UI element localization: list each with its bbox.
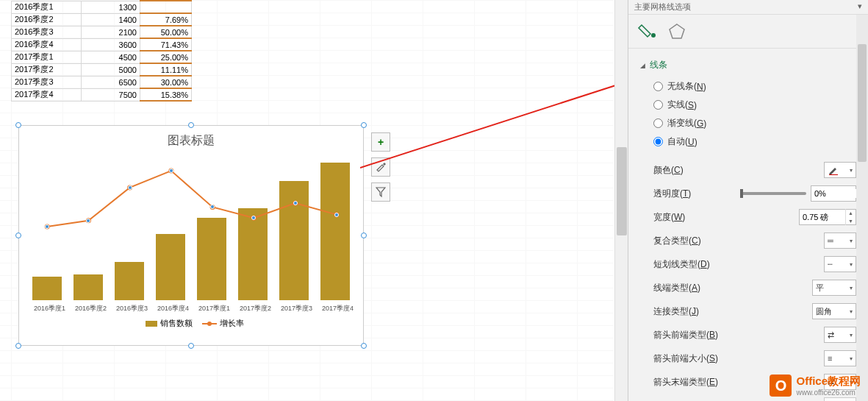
brush-icon xyxy=(375,161,387,173)
data-table[interactable]: 2016季度113002016季度214007.69%2016季度3210050… xyxy=(11,0,192,102)
watermark: O Office教程网 www.office26.com xyxy=(770,375,861,397)
sheet-vertical-scrollbar[interactable] xyxy=(614,0,628,401)
cap-type-dropdown[interactable]: 平▾ xyxy=(812,280,856,296)
arrow-begin-size-dropdown[interactable]: ≡▾ xyxy=(824,350,856,366)
radio-gradient-line[interactable]: 渐变线(G) xyxy=(640,114,856,132)
watermark-logo: O xyxy=(770,375,792,397)
fill-line-tab-icon[interactable] xyxy=(637,22,658,41)
prop-color: 颜色(C) ▾ xyxy=(640,158,856,182)
pencil-icon xyxy=(828,165,839,175)
prop-arrow-begin-size: 箭头前端大小(S) ≡▾ xyxy=(640,347,856,370)
prop-join: 连接类型(J) 圆角▾ xyxy=(640,299,856,323)
x-tick-label: 2017季度3 xyxy=(281,304,307,313)
chart-legend[interactable]: 销售数额 增长率 xyxy=(19,313,363,333)
table-row[interactable]: 2016季度214007.69% xyxy=(12,13,192,26)
x-tick-label: 2017季度4 xyxy=(322,304,348,313)
legend-swatch-line xyxy=(202,323,217,324)
prop-width: 宽度(W) ▲▼ xyxy=(640,205,856,229)
chart-styles-button[interactable] xyxy=(371,157,390,177)
series-selection-handle[interactable] xyxy=(334,213,339,217)
prop-dash: 短划线类型(D) ┄▾ xyxy=(640,252,856,276)
chart-elements-button[interactable]: + xyxy=(371,132,390,152)
line-section: 线条 无线条(N) 实线(S) 渐变线(G) 自动(U) 颜色(C) ▾ 透明度… xyxy=(628,49,868,401)
resize-handle[interactable] xyxy=(15,233,21,238)
arrow-icon: ⇄ xyxy=(828,330,834,340)
svg-rect-11 xyxy=(829,174,838,175)
dash-type-dropdown[interactable]: ┄▾ xyxy=(824,256,856,272)
table-row[interactable]: 2016季度4360071.43% xyxy=(12,38,192,51)
chart-side-buttons: + xyxy=(371,132,390,207)
color-picker-button[interactable]: ▾ xyxy=(824,162,856,178)
x-tick-label: 2017季度2 xyxy=(240,304,266,313)
chart-object[interactable]: 图表标题 2016季度12016季度22016季度32016季度42017季度1… xyxy=(18,125,364,346)
width-input[interactable]: ▲▼ xyxy=(799,209,856,225)
funnel-icon xyxy=(376,187,386,197)
watermark-brand: Office教程网 xyxy=(796,375,861,388)
legend-label-2: 增长率 xyxy=(220,319,244,327)
scrollbar-thumb[interactable] xyxy=(617,147,627,235)
resize-handle[interactable] xyxy=(188,122,194,128)
series-selection-handle[interactable] xyxy=(128,185,132,190)
compound-type-dropdown[interactable]: ═▾ xyxy=(824,233,856,249)
scrollbar-thumb[interactable] xyxy=(858,44,867,162)
radio-no-line[interactable]: 无线条(N) xyxy=(640,77,856,96)
transparency-input[interactable]: ▲▼ xyxy=(811,185,856,202)
arrow-end-size-dropdown[interactable]: ≡▾ xyxy=(824,397,856,401)
transparency-slider[interactable] xyxy=(740,192,806,195)
table-row[interactable]: 2017季度2500011.11% xyxy=(12,63,192,76)
resize-handle[interactable] xyxy=(361,343,367,349)
arrow-begin-type-dropdown[interactable]: ⇄▾ xyxy=(824,327,856,343)
x-tick-label: 2016季度2 xyxy=(75,304,101,313)
x-axis: 2016季度12016季度22016季度32016季度42017季度12017季… xyxy=(19,300,363,313)
section-title[interactable]: 线条 xyxy=(640,56,856,77)
table-row[interactable]: 2017季度3650030.00% xyxy=(12,76,192,88)
x-tick-label: 2016季度1 xyxy=(34,304,60,313)
pane-header: 主要网格线选项 ▾ xyxy=(628,0,868,15)
watermark-url: www.office26.com xyxy=(796,388,861,397)
dash-icon: ┄ xyxy=(828,260,833,269)
table-row[interactable]: 2016季度11300 xyxy=(12,1,192,13)
chart-title[interactable]: 图表标题 xyxy=(19,126,363,153)
plus-icon: + xyxy=(378,136,384,148)
line-icon: ═ xyxy=(828,236,833,245)
radio-auto-line[interactable]: 自动(U) xyxy=(640,132,856,151)
arrow-size-icon: ≡ xyxy=(828,354,832,363)
svg-marker-10 xyxy=(670,24,684,38)
x-tick-label: 2017季度1 xyxy=(198,304,225,313)
table-row[interactable]: 2017季度4750015.38% xyxy=(12,88,192,101)
pane-scrollbar[interactable] xyxy=(856,15,868,401)
resize-handle[interactable] xyxy=(361,233,367,238)
worksheet-area[interactable]: 2016季度113002016季度214007.69%2016季度3210050… xyxy=(0,0,614,401)
prop-arrow-begin-type: 箭头前端类型(B) ⇄▾ xyxy=(640,323,856,347)
effects-tab-icon[interactable] xyxy=(667,22,688,41)
resize-handle[interactable] xyxy=(15,343,21,349)
legend-swatch-bar xyxy=(146,321,157,327)
prop-cap: 线端类型(A) 平▾ xyxy=(640,276,856,299)
series-selection-handle[interactable] xyxy=(293,201,298,205)
resize-handle[interactable] xyxy=(15,122,21,128)
table-row[interactable]: 2016季度3210050.00% xyxy=(12,26,192,38)
join-type-dropdown[interactable]: 圆角▾ xyxy=(812,303,856,319)
resize-handle[interactable] xyxy=(361,122,367,128)
table-row[interactable]: 2017季度1450025.00% xyxy=(12,51,192,63)
x-tick-label: 2016季度4 xyxy=(157,304,184,313)
prop-transparency: 透明度(T) ▲▼ xyxy=(640,182,856,205)
chart-plot-area[interactable] xyxy=(26,153,356,300)
legend-label-1: 销售数额 xyxy=(160,319,193,327)
series-selection-handle[interactable] xyxy=(169,168,173,173)
chart-filter-button[interactable] xyxy=(371,182,390,202)
prop-compound: 复合类型(C) ═▾ xyxy=(640,229,856,252)
radio-solid-line[interactable]: 实线(S) xyxy=(640,96,856,114)
format-pane: 主要网格线选项 ▾ 线条 无线条(N) 实线(S) 渐变线(G) 自动(U) 颜… xyxy=(628,0,868,401)
resize-handle[interactable] xyxy=(188,343,194,349)
pane-tabs xyxy=(628,15,868,49)
line-series[interactable] xyxy=(26,153,356,300)
x-tick-label: 2016季度3 xyxy=(116,304,143,313)
svg-point-9 xyxy=(651,33,656,38)
